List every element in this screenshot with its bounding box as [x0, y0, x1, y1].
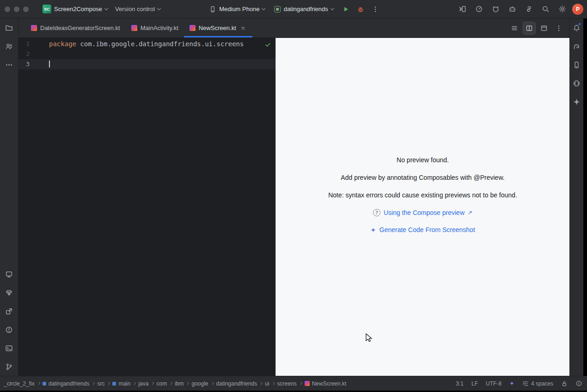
problems-icon: [5, 326, 13, 334]
breadcrumb-item[interactable]: _circle_2_fix: [4, 380, 35, 387]
generate-code-from-screenshot-link[interactable]: Generate Code From Screenshot: [379, 226, 475, 233]
pull-requests-tool-button[interactable]: [0, 37, 18, 55]
window-close-button[interactable]: [5, 6, 10, 12]
editor-options-button[interactable]: [553, 22, 565, 34]
editor-line[interactable]: 1 package com.ibm.google.datingandfriend…: [18, 39, 275, 49]
more-run-actions-button[interactable]: [369, 3, 382, 16]
studio-bot-icon: [508, 5, 516, 13]
line-separator-widget[interactable]: LF: [471, 380, 478, 387]
version-control-tool-button[interactable]: [0, 357, 18, 376]
tab-label: MainActivity.kt: [141, 24, 178, 31]
logcat-icon: [492, 5, 500, 13]
run-button[interactable]: [339, 3, 352, 16]
window-zoom-button[interactable]: [23, 6, 29, 12]
problems-tool-button[interactable]: [0, 320, 18, 339]
view-split-button[interactable]: [523, 22, 535, 34]
write-access-widget[interactable]: [561, 380, 568, 387]
logcat-button[interactable]: [489, 3, 502, 16]
people-icon: [5, 43, 13, 50]
editor-line-caret[interactable]: 3: [18, 59, 275, 69]
box-arrow-icon: [5, 307, 13, 315]
project-tool-button[interactable]: [0, 18, 18, 37]
breadcrumb-separator-icon: [169, 382, 172, 385]
caret-position-widget[interactable]: 3:1: [456, 380, 464, 387]
running-devices-icon: [5, 270, 13, 278]
user-avatar[interactable]: P: [572, 4, 583, 15]
running-devices-tool-button[interactable]: [0, 265, 18, 283]
terminal-tool-button[interactable]: [0, 339, 18, 357]
breadcrumb-separator-icon: [299, 382, 302, 385]
breadcrumb-separator-icon: [92, 382, 95, 385]
breadcrumb-item[interactable]: datingandfriends: [216, 380, 257, 387]
view-design-button[interactable]: [538, 22, 550, 34]
profiler-button[interactable]: [472, 3, 485, 16]
git-branch-icon: [5, 363, 13, 371]
studio-bot-button[interactable]: [506, 3, 519, 16]
chevron-down-icon: [104, 6, 108, 10]
breadcrumb-separator-icon: [272, 382, 275, 385]
line-number: 1: [18, 39, 30, 49]
gemini-tool-button[interactable]: [570, 92, 584, 111]
breadcrumb-item[interactable]: main: [112, 380, 130, 387]
gradle-tool-button[interactable]: [570, 37, 584, 55]
kotlin-file-icon: [131, 25, 137, 31]
code-editor[interactable]: 1 package com.ibm.google.datingandfriend…: [18, 38, 275, 376]
more-tool-windows-button[interactable]: [0, 55, 18, 74]
notifications-button[interactable]: [570, 18, 584, 37]
breadcrumb-item[interactable]: ui: [265, 380, 269, 387]
module-icon: [112, 382, 116, 386]
emulator-tool-button[interactable]: [570, 74, 584, 92]
breadcrumb-item[interactable]: com: [156, 380, 167, 387]
scrollbar-strip[interactable]: [583, 18, 587, 376]
breadcrumb-item[interactable]: ibm: [175, 380, 183, 387]
run-toolbar: Medium Phone datingandfriends: [205, 3, 382, 16]
version-control-menu[interactable]: Version control: [111, 4, 164, 14]
kotlin-file-icon: [305, 381, 310, 386]
debug-button[interactable]: [354, 3, 367, 16]
breadcrumb: _circle_2_fix datingandfriends src main …: [4, 380, 346, 387]
search-everywhere-button[interactable]: [539, 3, 552, 16]
compose-preview-doc-link[interactable]: Using the Compose preview: [384, 209, 465, 216]
version-control-label: Version control: [115, 6, 155, 12]
device-manager-tool-button[interactable]: [570, 55, 584, 74]
breadcrumb-item[interactable]: NewScreen.kt: [305, 380, 347, 387]
window-minimize-button[interactable]: [14, 6, 19, 12]
folder-icon: [5, 24, 13, 32]
right-tool-window-bar: [569, 18, 583, 376]
run-config-selector[interactable]: datingandfriends: [271, 4, 337, 14]
project-icon: SC: [43, 5, 51, 13]
link-assistant-button[interactable]: [522, 3, 535, 16]
gem-icon: [5, 289, 13, 297]
more-vertical-icon: [555, 24, 563, 32]
app-quality-insights-tool-button[interactable]: [0, 302, 18, 320]
tab-newscreen[interactable]: NewScreen.kt: [184, 18, 252, 37]
ai-sparkle-icon[interactable]: ✦: [509, 380, 514, 387]
breadcrumb-item[interactable]: google: [191, 380, 208, 387]
gradle-icon: [573, 43, 581, 50]
indent-widget[interactable]: 4 spaces: [522, 380, 553, 387]
status-info-widget[interactable]: [575, 380, 582, 387]
breadcrumb-item[interactable]: screens: [277, 380, 297, 387]
unlocked-icon: [561, 380, 568, 387]
split-view-icon: [526, 24, 533, 32]
breadcrumb-item[interactable]: datingandfriends: [43, 380, 90, 387]
tab-close-button[interactable]: [239, 24, 247, 32]
encoding-widget[interactable]: UTF-8: [486, 380, 501, 387]
tab-dateideasgeneratorscreen[interactable]: DateIdeasGeneratorScreen.kt: [25, 18, 126, 37]
project-selector[interactable]: SC Screen2Compose: [39, 3, 111, 15]
sparkle-icon: ✦: [370, 227, 376, 233]
editor-line[interactable]: 2: [18, 49, 275, 59]
inspections-widget[interactable]: [264, 41, 271, 48]
android-studio-window: SC Screen2Compose Version control Medium…: [0, 0, 587, 392]
view-code-button[interactable]: [508, 22, 520, 34]
module-icon: [43, 382, 46, 386]
device-selector[interactable]: Medium Phone: [205, 4, 269, 15]
dependencies-tool-button[interactable]: [0, 283, 18, 302]
settings-button[interactable]: [556, 3, 569, 16]
breadcrumb-item[interactable]: java: [138, 380, 148, 387]
breadcrumb-item[interactable]: src: [97, 380, 104, 387]
device-mirror-button[interactable]: [456, 3, 469, 16]
tab-mainactivity[interactable]: MainActivity.kt: [126, 18, 184, 37]
info-circle-icon: [575, 380, 582, 387]
search-icon: [542, 5, 550, 13]
